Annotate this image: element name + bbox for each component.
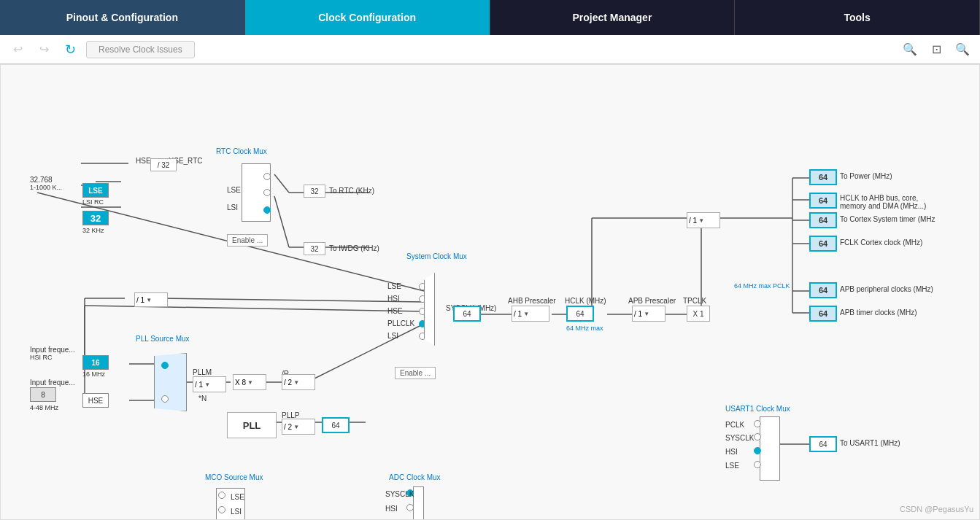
out-cortex-label: To Cortex System timer (MHz [840, 215, 935, 223]
adc-mux-label: ADC Clock Mux [389, 473, 441, 481]
lse-box[interactable]: LSE [82, 183, 109, 198]
zoom-in-button[interactable]: 🔍 [900, 39, 920, 60]
sysclk-val-box: 64 [453, 306, 481, 322]
mco-lsi-label: LSI [231, 508, 242, 516]
out-power-box: 64 [809, 169, 837, 185]
pll-radio-hse[interactable] [161, 395, 169, 403]
hse-input-box[interactable]: 8 [30, 387, 56, 402]
nav-pinout[interactable]: Pinout & Configuration [0, 0, 245, 35]
mco-lse-label: LSE [231, 493, 244, 501]
svg-line-36 [274, 174, 289, 193]
out-apb-timer-box: 64 [809, 306, 837, 322]
usart1-mux-body [760, 416, 780, 481]
rtc-lse-label: LSE [227, 186, 241, 194]
sys-lsi-label: LSI [387, 332, 398, 340]
top-nav: Pinout & Configuration Clock Configurati… [0, 0, 980, 35]
sys-hse-label: HSE [387, 307, 403, 315]
usart1-val-box: 64 [809, 436, 837, 452]
hse-rtc-top-label: HSE [136, 157, 151, 165]
rtc-radio-lsi[interactable] [263, 206, 271, 214]
rtc-radio-hse[interactable] [263, 173, 271, 180]
out-cortex-box: 64 [809, 212, 837, 228]
lse-range-label: 1-1000 K... [30, 184, 62, 191]
to-iwdg-label: To IWDG (KHz) [329, 244, 379, 252]
sys-hsi-label: HSI [387, 295, 400, 303]
watermark: CSDN @PegasusYu [900, 505, 973, 513]
out-apb-periph-box: 64 [809, 282, 837, 298]
redo-button[interactable]: ↪ [34, 39, 54, 60]
lse-input-label: 32.768 [30, 176, 53, 184]
usart1-radio-hsi[interactable] [754, 447, 761, 454]
hse-box[interactable]: HSE [82, 393, 109, 408]
resolve-clock-button[interactable]: Resolve Clock Issues [86, 41, 195, 58]
plln-select[interactable]: X 8 ▼ [233, 374, 266, 390]
to-rtc-label: To RTC (KHz) [329, 187, 374, 195]
pll-radio-hsi[interactable] [161, 362, 169, 369]
nav-project[interactable]: Project Manager [490, 0, 736, 35]
adc-sysclk-label: SYSCLK [385, 490, 414, 498]
usart1-mux-label: USART1 Clock Mux [725, 405, 790, 413]
hsi-mhz-label: 16 MHz [82, 370, 105, 378]
out-ahb-label: HCLK to AHB bus, core, [840, 194, 918, 202]
rtc-radio-lse[interactable] [263, 189, 271, 196]
hsi-top-div-select[interactable]: / 1 ▼ [134, 292, 168, 307]
pll-label-box: PLL [227, 412, 277, 438]
pllr-select[interactable]: / 2 ▼ [282, 374, 315, 390]
hclk-val-box: 64 [566, 306, 594, 322]
usart1-lse-label: LSE [725, 462, 739, 470]
out-fclk-label: FCLK Cortex clock (MHz) [840, 238, 922, 247]
lse-32khz-label: 32 KHz [82, 227, 104, 234]
usart1-radio-lse[interactable] [754, 461, 761, 468]
usart1-radio-sysclk[interactable] [754, 433, 761, 441]
mco-radio-lse[interactable] [218, 492, 225, 499]
adc-mux-body [413, 486, 424, 520]
out-ahb-box: 64 [809, 193, 837, 209]
tpclk-x1-box: X 1 [687, 306, 710, 322]
zoom-out-button[interactable]: 🔍 [952, 39, 973, 60]
usart1-out-label: To USART1 (MHz) [840, 439, 900, 447]
ahb-prescaler-select[interactable]: / 1 ▼ [512, 306, 549, 322]
pllp-select[interactable]: / 2 ▼ [282, 419, 315, 435]
enable-sys-button[interactable]: Enable ... [395, 367, 436, 379]
sys-pllclk-label: PLLCLK [387, 319, 414, 327]
hsi-input-label: Input freque... [30, 346, 75, 354]
usart1-sysclk-label: SYSCLK [725, 434, 754, 442]
hclk-max-label: 64 MHz max [566, 325, 603, 332]
apb-prescaler-select[interactable]: / 1 ▼ [632, 306, 665, 322]
mco-mux-label: MCO Source Mux [205, 473, 263, 481]
pllm-n-label: *N [198, 395, 207, 403]
pll-mux-body [154, 353, 187, 411]
refresh-button[interactable]: ↻ [60, 39, 80, 60]
apb-prescaler-label: APB Prescaler [628, 297, 676, 305]
nav-clock[interactable]: Clock Configuration [245, 0, 490, 35]
hsi-rc-label2: HSI RC [30, 354, 53, 361]
usart1-hsi-label: HSI [725, 448, 738, 456]
hsi-rc-box[interactable]: 16 [82, 355, 109, 370]
div1-top-select[interactable]: / 1 ▼ [687, 212, 720, 228]
rtc-out-box: 32 [304, 185, 325, 198]
toolbar: ↩ ↪ ↻ Resolve Clock Issues 🔍 ⊡ 🔍 [0, 35, 980, 64]
svg-line-39 [274, 196, 289, 247]
canvas-area: 32.768 1-1000 K... LSE LSI RC 32 32 KHz … [0, 64, 980, 520]
adc-radio-hsi[interactable] [406, 504, 414, 511]
div32-box[interactable]: / 32 [150, 158, 177, 171]
pllm-select[interactable]: / 1 ▼ [193, 376, 226, 392]
rtc-mux-label: RTC Clock Mux [216, 147, 267, 155]
usart1-pclk-label: PCLK [725, 421, 744, 429]
usart1-radio-pclk[interactable] [754, 420, 761, 427]
pclk-max-label: 64 MHz max PCLK [734, 282, 790, 290]
pllp-val-box: 64 [322, 417, 350, 433]
sys-mux-body [424, 273, 435, 346]
pllm-label: PLLM [193, 368, 212, 376]
hclk-label: HCLK (MHz) [565, 297, 606, 305]
adc-hsi-label: HSI [385, 505, 398, 513]
mco-radio-lsi[interactable] [218, 506, 225, 513]
sys-lse-label: LSE [387, 282, 401, 290]
fit-button[interactable]: ⊡ [926, 39, 946, 60]
enable-rtc-button[interactable]: Enable ... [227, 234, 268, 247]
ahb-prescaler-label: AHB Prescaler [508, 297, 556, 305]
nav-tools[interactable]: Tools [735, 0, 980, 35]
undo-button[interactable]: ↩ [7, 39, 28, 60]
hse-input-label: Input freque... [30, 379, 75, 387]
hse-range-label: 4-48 MHz [30, 404, 58, 411]
